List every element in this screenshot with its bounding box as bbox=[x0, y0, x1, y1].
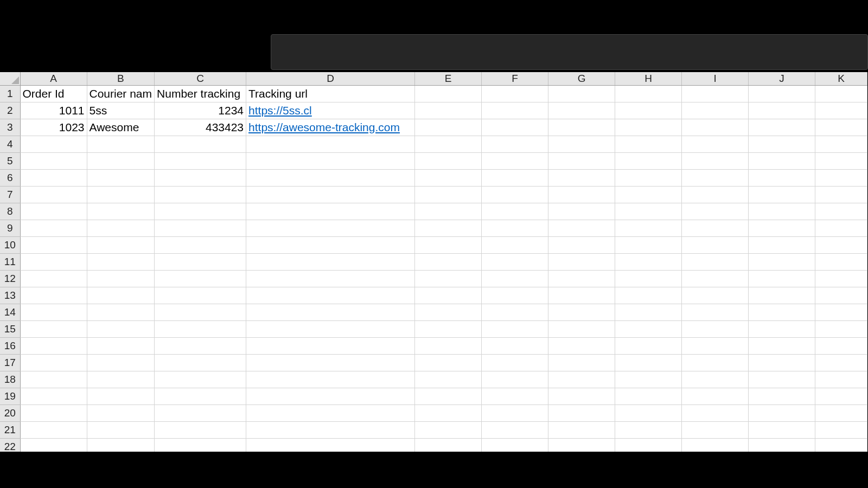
cell-K19[interactable] bbox=[815, 388, 867, 404]
cell-F11[interactable] bbox=[482, 253, 548, 270]
cell-D2[interactable]: https://5ss.cl bbox=[246, 102, 415, 119]
cell-J16[interactable] bbox=[749, 337, 815, 354]
cell-H10[interactable] bbox=[615, 236, 682, 253]
cell-K5[interactable] bbox=[815, 152, 867, 169]
cell-G7[interactable] bbox=[548, 186, 615, 203]
col-header-D[interactable]: D bbox=[246, 72, 415, 85]
cell-F5[interactable] bbox=[482, 152, 548, 169]
cell-E21[interactable] bbox=[415, 421, 482, 438]
cell-A11[interactable] bbox=[20, 253, 87, 270]
cell-B14[interactable] bbox=[87, 304, 155, 320]
cell-E6[interactable] bbox=[415, 169, 482, 186]
cell-D21[interactable] bbox=[246, 421, 415, 438]
cell-H1[interactable] bbox=[615, 85, 682, 102]
cell-F21[interactable] bbox=[482, 421, 548, 438]
cell-I18[interactable] bbox=[682, 371, 749, 388]
col-header-G[interactable]: G bbox=[548, 72, 615, 85]
cell-G5[interactable] bbox=[548, 152, 615, 169]
cell-E8[interactable] bbox=[415, 203, 482, 220]
cell-C7[interactable] bbox=[155, 186, 246, 203]
row-header[interactable]: 18 bbox=[0, 371, 20, 388]
formula-bar[interactable] bbox=[271, 34, 868, 70]
cell-A15[interactable] bbox=[20, 320, 87, 337]
cell-D9[interactable] bbox=[246, 220, 415, 236]
row-header[interactable]: 11 bbox=[0, 253, 20, 270]
cell-A20[interactable] bbox=[20, 404, 87, 421]
cell-G1[interactable] bbox=[548, 85, 615, 102]
cell-E5[interactable] bbox=[415, 152, 482, 169]
cell-E1[interactable] bbox=[415, 85, 482, 102]
cell-H3[interactable] bbox=[615, 119, 682, 136]
cell-F19[interactable] bbox=[482, 388, 548, 404]
cell-F12[interactable] bbox=[482, 270, 548, 287]
cell-F14[interactable] bbox=[482, 304, 548, 320]
cell-E20[interactable] bbox=[415, 404, 482, 421]
cell-F17[interactable] bbox=[482, 354, 548, 371]
row-header[interactable]: 1 bbox=[0, 85, 20, 102]
cell-C9[interactable] bbox=[155, 220, 246, 236]
cell-A5[interactable] bbox=[20, 152, 87, 169]
cell-G3[interactable] bbox=[548, 119, 615, 136]
cell-A9[interactable] bbox=[20, 220, 87, 236]
cell-G11[interactable] bbox=[548, 253, 615, 270]
cell-J12[interactable] bbox=[749, 270, 815, 287]
cell-K6[interactable] bbox=[815, 169, 867, 186]
cell-G19[interactable] bbox=[548, 388, 615, 404]
cell-B11[interactable] bbox=[87, 253, 155, 270]
row-header[interactable]: 13 bbox=[0, 287, 20, 304]
cell-E19[interactable] bbox=[415, 388, 482, 404]
cell-J5[interactable] bbox=[749, 152, 815, 169]
cell-I6[interactable] bbox=[682, 169, 749, 186]
cell-A3[interactable]: 1023 bbox=[20, 119, 87, 136]
cell-I20[interactable] bbox=[682, 404, 749, 421]
cell-C4[interactable] bbox=[155, 136, 246, 152]
row-header[interactable]: 6 bbox=[0, 169, 20, 186]
row-header[interactable]: 2 bbox=[0, 102, 20, 119]
cell-H11[interactable] bbox=[615, 253, 682, 270]
cell-E2[interactable] bbox=[415, 102, 482, 119]
cell-H18[interactable] bbox=[615, 371, 682, 388]
cell-D18[interactable] bbox=[246, 371, 415, 388]
cell-K8[interactable] bbox=[815, 203, 867, 220]
cell-I12[interactable] bbox=[682, 270, 749, 287]
cell-B13[interactable] bbox=[87, 287, 155, 304]
cell-K3[interactable] bbox=[815, 119, 867, 136]
cell-K2[interactable] bbox=[815, 102, 867, 119]
cell-F4[interactable] bbox=[482, 136, 548, 152]
cell-B3[interactable]: Awesome bbox=[87, 119, 155, 136]
cell-H5[interactable] bbox=[615, 152, 682, 169]
cell-F10[interactable] bbox=[482, 236, 548, 253]
cell-C3[interactable]: 433423 bbox=[155, 119, 246, 136]
row-header[interactable]: 15 bbox=[0, 320, 20, 337]
cell-G17[interactable] bbox=[548, 354, 615, 371]
cell-B7[interactable] bbox=[87, 186, 155, 203]
cell-G8[interactable] bbox=[548, 203, 615, 220]
select-all-corner[interactable] bbox=[0, 72, 20, 85]
cell-G10[interactable] bbox=[548, 236, 615, 253]
cell-I1[interactable] bbox=[682, 85, 749, 102]
row-header[interactable]: 8 bbox=[0, 203, 20, 220]
cell-K11[interactable] bbox=[815, 253, 867, 270]
row-header[interactable]: 3 bbox=[0, 119, 20, 136]
cell-A21[interactable] bbox=[20, 421, 87, 438]
cell-D14[interactable] bbox=[246, 304, 415, 320]
col-header-I[interactable]: I bbox=[682, 72, 749, 85]
cell-A13[interactable] bbox=[20, 287, 87, 304]
cell-K14[interactable] bbox=[815, 304, 867, 320]
cell-B20[interactable] bbox=[87, 404, 155, 421]
cell-H19[interactable] bbox=[615, 388, 682, 404]
cell-I16[interactable] bbox=[682, 337, 749, 354]
cell-A4[interactable] bbox=[20, 136, 87, 152]
cell-G12[interactable] bbox=[548, 270, 615, 287]
cell-E3[interactable] bbox=[415, 119, 482, 136]
cell-G2[interactable] bbox=[548, 102, 615, 119]
cell-C15[interactable] bbox=[155, 320, 246, 337]
cell-E16[interactable] bbox=[415, 337, 482, 354]
cell-F8[interactable] bbox=[482, 203, 548, 220]
cell-B8[interactable] bbox=[87, 203, 155, 220]
tracking-link[interactable]: https://awesome-tracking.com bbox=[248, 121, 400, 133]
cell-K20[interactable] bbox=[815, 404, 867, 421]
cell-I15[interactable] bbox=[682, 320, 749, 337]
cell-D10[interactable] bbox=[246, 236, 415, 253]
row-header[interactable]: 4 bbox=[0, 136, 20, 152]
